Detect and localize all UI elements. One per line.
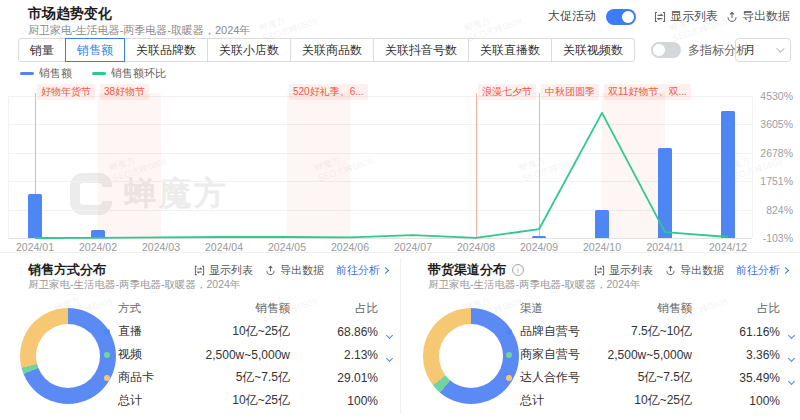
multi-metric-group: 多指标分析 [651, 42, 748, 59]
export-data-button[interactable]: 导出数据 [726, 8, 790, 25]
panel-subtitle: 厨卫家电-生活电器-两季电器-取暖器，2024年 [428, 278, 640, 292]
row-dot-cell [506, 352, 520, 358]
goto-analysis-link[interactable]: 前往分析 [736, 263, 788, 278]
row-dot-cell [104, 329, 118, 335]
row-dot-cell [104, 352, 118, 358]
info-icon[interactable]: i [512, 264, 524, 276]
col-header: 占比 [290, 301, 378, 316]
promo-toggle-label: 大促活动 [548, 8, 596, 25]
col-header: 销售额 [204, 301, 290, 316]
table-row[interactable]: 视频2,500w~5,000w2.13% [104, 343, 388, 366]
show-list-button[interactable]: 显示列表 [194, 263, 253, 278]
row-label: 达人合作号 [520, 369, 606, 386]
tab-关联小店数[interactable]: 关联小店数 [207, 38, 291, 62]
goto-analysis-link[interactable]: 前往分析 [336, 263, 388, 278]
sales-bar [721, 111, 735, 238]
sales-cell: 10亿~25亿 [204, 392, 290, 409]
y-axis-tick: -103% [753, 232, 793, 244]
share-cell: 35.49% [692, 371, 780, 385]
show-list-button[interactable]: 显示列表 [654, 8, 718, 25]
share-cell: 100% [692, 394, 780, 408]
chevron-down-icon [776, 44, 784, 52]
share-cell: 68.86% [290, 325, 378, 339]
legend-item-销售额环比[interactable]: 销售额环比 [92, 66, 166, 81]
y-axis-tick: 4530% [753, 90, 793, 102]
tab-销售额[interactable]: 销售额 [65, 38, 125, 62]
legend-item-销售额[interactable]: 销售额 [20, 66, 72, 81]
tab-关联直播数[interactable]: 关联直播数 [468, 38, 552, 62]
y-axis-tick: 3605% [753, 118, 793, 130]
page-subtitle: 厨卫家电-生活电器-两季电器-取暖器，2024年 [28, 23, 250, 38]
tab-销量[interactable]: 销量 [18, 38, 66, 62]
donut-hole [439, 324, 503, 388]
promo-band [602, 93, 665, 238]
promo-band [287, 93, 350, 238]
tab-关联抖音号数[interactable]: 关联抖音号数 [373, 38, 469, 62]
list-swap-icon [194, 265, 205, 276]
promo-band [98, 93, 161, 238]
promo-annotation-label: 中秋团圆季 [541, 84, 599, 100]
legend-label: 销售额环比 [111, 66, 166, 81]
multi-metric-toggle[interactable] [651, 42, 681, 58]
period-select[interactable]: 月 [735, 38, 791, 62]
tab-关联品牌数[interactable]: 关联品牌数 [124, 38, 208, 62]
donut-hole [36, 324, 100, 388]
tab-关联商品数[interactable]: 关联商品数 [290, 38, 374, 62]
panel-title: 带货渠道分布 i [428, 261, 524, 279]
show-list-button[interactable]: 显示列表 [594, 263, 653, 278]
row-dot-cell [506, 329, 520, 335]
export-data-button[interactable]: 导出数据 [265, 263, 324, 278]
table-row[interactable]: 达人合作号5亿~7.5亿35.49% [506, 366, 790, 389]
panel-actions: 显示列表 导出数据 前往分析 [594, 263, 788, 278]
panel-table: 渠道销售额占比品牌自营号7.5亿~10亿61.16%商家自营号2,500w~5,… [506, 296, 790, 412]
export-data-button[interactable]: 导出数据 [665, 263, 724, 278]
col-header: 方式 [118, 301, 204, 316]
row-label: 总计 [118, 392, 204, 409]
promo-annotation-label: 浪漫七夕节 [478, 84, 536, 100]
series-dot [506, 352, 512, 358]
chevron-right-icon [382, 267, 389, 274]
series-dot [104, 375, 110, 381]
share-cell: 3.36% [692, 348, 780, 362]
sales-cell: 10亿~25亿 [606, 392, 692, 409]
table-row[interactable]: 品牌自营号7.5亿~10亿61.16% [506, 320, 790, 343]
share-cell: 61.16% [692, 325, 780, 339]
table-row: 总计10亿~25亿100% [104, 389, 388, 412]
col-header: 销售额 [606, 301, 692, 316]
sales-cell: 7.5亿~10亿 [606, 323, 692, 340]
sales-cell: 10亿~25亿 [204, 323, 290, 340]
expand-chevron-icon[interactable] [788, 354, 795, 361]
expand-chevron-icon[interactable] [788, 331, 795, 338]
table-row[interactable]: 直播10亿~25亿68.86% [104, 320, 388, 343]
sales-cell: 2,500w~5,000w [606, 348, 692, 362]
row-label: 商家自营号 [520, 346, 606, 363]
axis-left [8, 96, 9, 238]
promo-line [476, 93, 477, 238]
sales-bar [154, 237, 168, 238]
sales-cell: 5亿~7.5亿 [204, 369, 290, 386]
list-swap-icon [594, 265, 605, 276]
promo-annotation-label: 38好物节 [100, 84, 149, 100]
chevron-right-icon [782, 267, 789, 274]
sales-method-donut-chart[interactable] [20, 308, 116, 404]
header-actions: 大促活动 显示列表 导出数据 [548, 8, 790, 25]
sales-cell: 5亿~7.5亿 [606, 369, 692, 386]
row-label: 总计 [520, 392, 606, 409]
sales-channel-donut-chart[interactable] [423, 308, 519, 404]
expand-chevron-icon[interactable] [386, 354, 393, 361]
share-cell: 100% [290, 394, 378, 408]
col-header: 占比 [692, 301, 780, 316]
page-title: 市场趋势变化 [28, 5, 112, 23]
toggle-knob [622, 11, 634, 23]
expand-chevron-icon[interactable] [386, 331, 393, 338]
y-axis-tick: 2678% [753, 147, 793, 159]
table-row[interactable]: 商家自营号2,500w~5,000w3.36% [506, 343, 790, 366]
y-axis-tick: 1751% [753, 175, 793, 187]
promo-annotation-label: 好物年货节 [37, 84, 95, 100]
expand-chevron-icon[interactable] [788, 377, 795, 384]
tab-关联视频数[interactable]: 关联视频数 [551, 38, 635, 62]
sales-bar [658, 148, 672, 238]
sales-bar [91, 230, 105, 238]
panel-sales-channel: 带货渠道分布 i 厨卫家电-生活电器-两季电器-取暖器，2024年 显示列表 导… [400, 252, 800, 420]
promo-toggle[interactable] [606, 9, 636, 25]
